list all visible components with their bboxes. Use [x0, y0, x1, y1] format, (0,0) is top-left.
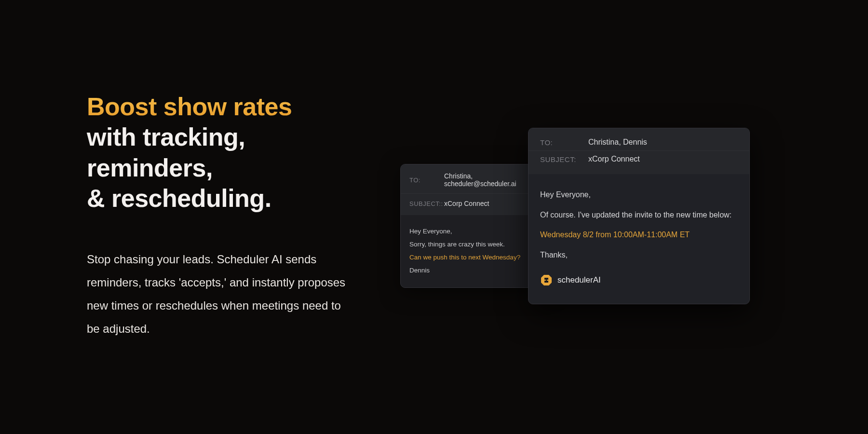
subject-value: xCorp Connect — [444, 200, 489, 207]
headline: Boost show rates with tracking, reminder… — [87, 92, 357, 214]
to-value: Christina, scheduler@scheduler.ai — [444, 172, 541, 188]
headline-line-3: & rescheduling. — [87, 183, 357, 214]
email-card-back: TO: Christina, scheduler@scheduler.ai SU… — [400, 164, 550, 288]
hero-copy: Boost show rates with tracking, reminder… — [87, 92, 357, 434]
email-back-to-row: TO: Christina, scheduler@scheduler.ai — [401, 166, 549, 193]
email-back-subject-row: SUBJECT:: xCorp Connect — [401, 194, 549, 213]
brand-row: schedulerAI — [540, 270, 738, 291]
body-line: Hey Everyone, — [409, 225, 541, 238]
brand-text: schedulerAI — [557, 270, 601, 291]
headline-line-2: reminders, — [87, 153, 357, 183]
email-back-header: TO: Christina, scheduler@scheduler.ai SU… — [401, 164, 549, 215]
body-line: Sorry, things are crazy this week. — [409, 238, 541, 251]
subject-label: SUBJECT:: — [409, 200, 444, 207]
body-line: Of course. I've updated the invite to th… — [540, 205, 738, 225]
subheadline: Stop chasing your leads. Scheduler AI se… — [87, 248, 357, 340]
to-value: Christina, Dennis — [588, 138, 647, 147]
to-label: TO: — [540, 138, 588, 147]
body-highlight-line: Wednesday 8/2 from 10:00AM-11:00AM ET — [540, 225, 738, 245]
email-card-front: TO: Christina, Dennis SUBJECT: xCorp Con… — [528, 128, 750, 304]
email-front-body: Hey Everyone, Of course. I've updated th… — [529, 174, 749, 304]
email-mockups: TO: Christina, scheduler@scheduler.ai SU… — [357, 92, 868, 434]
email-front-to-row: TO: Christina, Dennis — [529, 130, 749, 150]
headline-line-1: with tracking, — [87, 122, 357, 152]
page-container: Boost show rates with tracking, reminder… — [0, 0, 868, 434]
email-front-subject-row: SUBJECT: xCorp Connect — [529, 151, 749, 172]
body-line: Dennis — [409, 264, 541, 277]
subject-label: SUBJECT: — [540, 155, 588, 163]
to-label: TO: — [409, 176, 444, 184]
scheduler-logo-icon — [540, 274, 553, 286]
headline-accent: Boost show rates — [87, 92, 357, 122]
body-line: Thanks, — [540, 245, 738, 265]
email-back-body: Hey Everyone, Sorry, things are crazy th… — [401, 215, 549, 287]
subject-value: xCorp Connect — [588, 155, 640, 163]
body-highlight-line: Can we push this to next Wednesday? — [409, 251, 541, 264]
email-front-header: TO: Christina, Dennis SUBJECT: xCorp Con… — [529, 128, 749, 174]
body-line: Hey Everyone, — [540, 185, 738, 205]
